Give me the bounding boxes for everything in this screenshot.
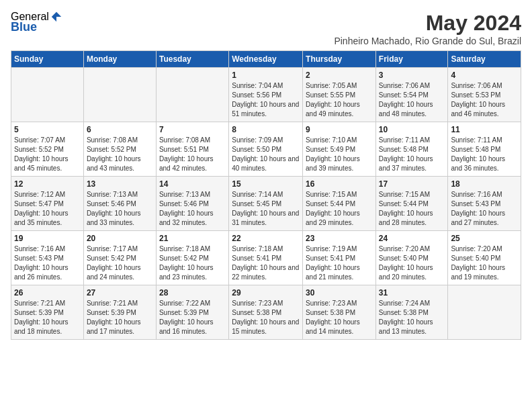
day-info: Sunrise: 7:14 AMSunset: 5:45 PMDaylight:… (232, 190, 300, 228)
table-cell: 12Sunrise: 7:12 AMSunset: 5:47 PMDayligh… (11, 177, 84, 231)
header-row: SundayMondayTuesdayWednesdayThursdayFrid… (11, 51, 521, 68)
day-info: Sunrise: 7:20 AMSunset: 5:40 PMDaylight:… (451, 244, 518, 282)
table-cell: 10Sunrise: 7:11 AMSunset: 5:48 PMDayligh… (375, 122, 448, 177)
table-cell: 19Sunrise: 7:16 AMSunset: 5:43 PMDayligh… (11, 231, 84, 285)
table-cell: 28Sunrise: 7:22 AMSunset: 5:39 PMDayligh… (156, 285, 228, 340)
table-cell: 26Sunrise: 7:21 AMSunset: 5:39 PMDayligh… (11, 285, 84, 340)
day-number: 26 (14, 288, 81, 298)
table-cell (11, 68, 84, 122)
table-cell: 7Sunrise: 7:08 AMSunset: 5:51 PMDaylight… (156, 122, 228, 177)
header-saturday: Saturday (448, 51, 521, 68)
day-info: Sunrise: 7:21 AMSunset: 5:39 PMDaylight:… (87, 299, 153, 336)
svg-marker-0 (52, 12, 61, 21)
day-info: Sunrise: 7:11 AMSunset: 5:48 PMDaylight:… (379, 136, 445, 173)
table-cell: 24Sunrise: 7:20 AMSunset: 5:40 PMDayligh… (375, 231, 448, 285)
day-info: Sunrise: 7:18 AMSunset: 5:42 PMDaylight:… (159, 244, 226, 282)
day-number: 17 (379, 179, 445, 189)
day-number: 31 (379, 288, 445, 298)
day-number: 4 (451, 71, 518, 80)
day-info: Sunrise: 7:08 AMSunset: 5:52 PMDaylight:… (87, 136, 153, 173)
day-info: Sunrise: 7:12 AMSunset: 5:47 PMDaylight:… (14, 190, 81, 228)
day-info: Sunrise: 7:21 AMSunset: 5:39 PMDaylight:… (14, 299, 81, 336)
table-cell: 15Sunrise: 7:14 AMSunset: 5:45 PMDayligh… (229, 177, 303, 231)
table-cell: 20Sunrise: 7:17 AMSunset: 5:42 PMDayligh… (83, 231, 156, 285)
week-row-4: 19Sunrise: 7:16 AMSunset: 5:43 PMDayligh… (11, 231, 521, 285)
day-number: 10 (379, 125, 445, 134)
table-cell: 13Sunrise: 7:13 AMSunset: 5:46 PMDayligh… (83, 177, 156, 231)
table-cell: 5Sunrise: 7:07 AMSunset: 5:52 PMDaylight… (11, 122, 84, 177)
day-number: 11 (451, 125, 518, 134)
day-number: 12 (14, 179, 81, 189)
day-number: 19 (14, 234, 81, 243)
day-number: 6 (87, 125, 153, 134)
table-cell: 17Sunrise: 7:15 AMSunset: 5:44 PMDayligh… (375, 177, 448, 231)
logo-icon (50, 11, 62, 23)
table-cell: 21Sunrise: 7:18 AMSunset: 5:42 PMDayligh… (156, 231, 228, 285)
day-info: Sunrise: 7:13 AMSunset: 5:46 PMDaylight:… (87, 190, 153, 228)
day-info: Sunrise: 7:06 AMSunset: 5:54 PMDaylight:… (379, 81, 445, 119)
header-tuesday: Tuesday (156, 51, 228, 68)
table-cell: 6Sunrise: 7:08 AMSunset: 5:52 PMDaylight… (83, 122, 156, 177)
day-info: Sunrise: 7:16 AMSunset: 5:43 PMDaylight:… (14, 244, 81, 282)
header-wednesday: Wednesday (229, 51, 303, 68)
day-number: 29 (232, 288, 300, 298)
logo: General Blue (11, 11, 62, 34)
day-number: 9 (306, 125, 373, 134)
day-info: Sunrise: 7:05 AMSunset: 5:55 PMDaylight:… (306, 81, 373, 119)
header-monday: Monday (83, 51, 156, 68)
day-info: Sunrise: 7:20 AMSunset: 5:40 PMDaylight:… (379, 244, 445, 282)
table-cell: 1Sunrise: 7:04 AMSunset: 5:56 PMDaylight… (229, 68, 303, 122)
table-cell: 25Sunrise: 7:20 AMSunset: 5:40 PMDayligh… (448, 231, 521, 285)
table-cell: 31Sunrise: 7:24 AMSunset: 5:38 PMDayligh… (375, 285, 448, 340)
day-number: 22 (232, 234, 300, 243)
day-number: 14 (159, 179, 226, 189)
day-info: Sunrise: 7:22 AMSunset: 5:39 PMDaylight:… (159, 299, 226, 336)
day-number: 18 (451, 179, 518, 189)
day-number: 1 (232, 71, 300, 80)
day-number: 25 (451, 234, 518, 243)
day-info: Sunrise: 7:13 AMSunset: 5:46 PMDaylight:… (159, 190, 226, 228)
table-cell: 18Sunrise: 7:16 AMSunset: 5:43 PMDayligh… (448, 177, 521, 231)
page-header: General Blue May 2024 Pinheiro Machado, … (11, 11, 521, 46)
week-row-3: 12Sunrise: 7:12 AMSunset: 5:47 PMDayligh… (11, 177, 521, 231)
week-row-5: 26Sunrise: 7:21 AMSunset: 5:39 PMDayligh… (11, 285, 521, 340)
calendar-table: SundayMondayTuesdayWednesdayThursdayFrid… (11, 50, 521, 340)
header-friday: Friday (375, 51, 448, 68)
day-number: 5 (14, 125, 81, 134)
header-thursday: Thursday (303, 51, 376, 68)
day-info: Sunrise: 7:23 AMSunset: 5:38 PMDaylight:… (306, 299, 373, 336)
day-number: 30 (306, 288, 373, 298)
header-sunday: Sunday (11, 51, 84, 68)
day-info: Sunrise: 7:06 AMSunset: 5:53 PMDaylight:… (451, 81, 518, 119)
day-number: 3 (379, 71, 445, 80)
day-number: 27 (87, 288, 153, 298)
day-number: 24 (379, 234, 445, 243)
table-cell: 16Sunrise: 7:15 AMSunset: 5:44 PMDayligh… (303, 177, 376, 231)
title-block: May 2024 Pinheiro Machado, Rio Grande do… (334, 11, 521, 46)
table-cell: 9Sunrise: 7:10 AMSunset: 5:49 PMDaylight… (303, 122, 376, 177)
day-info: Sunrise: 7:16 AMSunset: 5:43 PMDaylight:… (451, 190, 518, 228)
table-cell: 22Sunrise: 7:18 AMSunset: 5:41 PMDayligh… (229, 231, 303, 285)
day-info: Sunrise: 7:15 AMSunset: 5:44 PMDaylight:… (306, 190, 373, 228)
day-number: 7 (159, 125, 226, 134)
week-row-1: 1Sunrise: 7:04 AMSunset: 5:56 PMDaylight… (11, 68, 521, 122)
day-number: 21 (159, 234, 226, 243)
table-cell: 8Sunrise: 7:09 AMSunset: 5:50 PMDaylight… (229, 122, 303, 177)
day-number: 8 (232, 125, 300, 134)
day-number: 15 (232, 179, 300, 189)
table-cell: 2Sunrise: 7:05 AMSunset: 5:55 PMDaylight… (303, 68, 376, 122)
table-cell: 23Sunrise: 7:19 AMSunset: 5:41 PMDayligh… (303, 231, 376, 285)
table-cell (448, 285, 521, 340)
day-info: Sunrise: 7:08 AMSunset: 5:51 PMDaylight:… (159, 136, 226, 173)
day-number: 13 (87, 179, 153, 189)
day-number: 28 (159, 288, 226, 298)
logo-blue-text: Blue (11, 20, 37, 34)
month-title: May 2024 (334, 11, 521, 36)
day-info: Sunrise: 7:10 AMSunset: 5:49 PMDaylight:… (306, 136, 373, 173)
table-cell: 27Sunrise: 7:21 AMSunset: 5:39 PMDayligh… (83, 285, 156, 340)
day-number: 2 (306, 71, 373, 80)
table-cell: 3Sunrise: 7:06 AMSunset: 5:54 PMDaylight… (375, 68, 448, 122)
day-info: Sunrise: 7:23 AMSunset: 5:38 PMDaylight:… (232, 299, 300, 336)
week-row-2: 5Sunrise: 7:07 AMSunset: 5:52 PMDaylight… (11, 122, 521, 177)
day-info: Sunrise: 7:15 AMSunset: 5:44 PMDaylight:… (379, 190, 445, 228)
